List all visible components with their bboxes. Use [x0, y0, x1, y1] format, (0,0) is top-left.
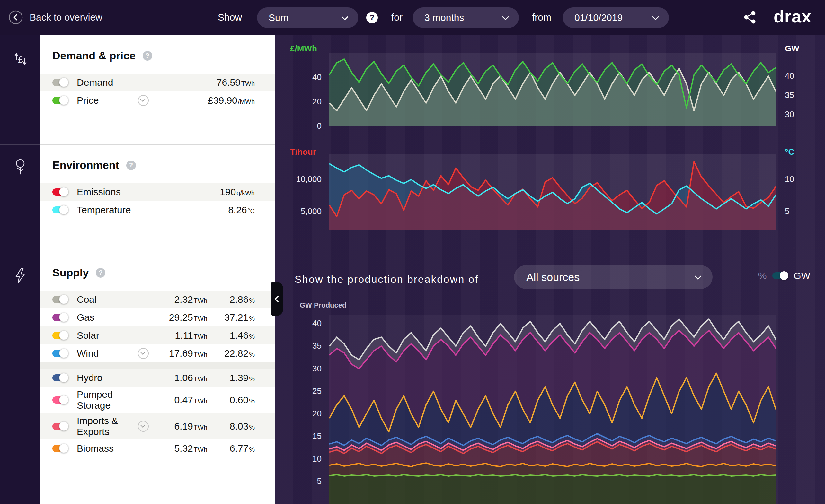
axis-tick: 0: [275, 121, 321, 131]
aggregation-dropdown[interactable]: Sum: [257, 7, 358, 28]
demand-price-chart: £/MWh GW 40200403530: [275, 35, 825, 145]
value-number: 1.06: [174, 372, 193, 383]
rail-divider: [0, 144, 40, 145]
imports-exports-toggle[interactable]: [52, 423, 68, 430]
top-bar: Back to overview Show Sum ? for 3 months…: [0, 0, 825, 35]
help-icon[interactable]: ?: [143, 51, 152, 61]
percent-unit: %: [249, 315, 255, 322]
value-unit: TWh: [194, 297, 207, 304]
back-to-overview-link[interactable]: Back to overview: [29, 12, 102, 23]
hydro-toggle[interactable]: [52, 374, 68, 382]
icon-rail: £: [0, 35, 40, 504]
value-number: 8.26: [228, 204, 247, 215]
share-button[interactable]: [743, 10, 757, 26]
share-icon: [743, 10, 757, 24]
axis-tick: 20: [275, 409, 321, 419]
value-number: 5.32: [174, 443, 193, 453]
metric-label: Gas: [77, 312, 138, 323]
date-value: 01/10/2019: [575, 12, 623, 23]
axis-tick: 5: [275, 477, 321, 486]
percent-number: 2.86: [230, 294, 248, 305]
temperature-row: Temperature 8.26°C: [40, 201, 275, 219]
metric-label: Emissions: [77, 186, 138, 198]
percent-unit: %: [249, 297, 255, 304]
metric-label: Hydro: [77, 372, 138, 384]
coal-toggle[interactable]: [52, 296, 68, 303]
biomass-toggle[interactable]: [52, 445, 68, 452]
value-unit: °C: [248, 207, 255, 215]
metric-label: Pumped Storage: [77, 389, 138, 411]
percent-number: 37.21: [224, 312, 248, 323]
percent-option[interactable]: %: [758, 270, 767, 281]
source-dropdown[interactable]: All sources: [514, 265, 712, 289]
percent-number: 22.82: [224, 348, 248, 358]
demand-price-section-icon[interactable]: £: [12, 51, 28, 69]
percent-unit: %: [249, 351, 255, 358]
percent-number: 6.77: [230, 443, 248, 453]
chevron-down-icon: [652, 13, 659, 20]
help-icon[interactable]: ?: [126, 161, 136, 170]
axis-tick: 25: [275, 386, 321, 396]
back-arrow-icon: [8, 10, 23, 25]
axis-tick: 20: [275, 97, 321, 106]
price-toggle[interactable]: [52, 97, 68, 104]
metric-value: 8.26°C: [228, 204, 255, 216]
help-icon[interactable]: ?: [96, 268, 105, 278]
sort-pound-icon: £: [12, 51, 28, 67]
percent-unit: %: [249, 375, 255, 382]
supply-group-divider: [40, 362, 275, 369]
drax-logo: drax: [773, 6, 812, 26]
help-icon[interactable]: ?: [366, 12, 378, 23]
metric-label: Wind: [77, 348, 138, 359]
right-axis-unit-label: GW: [785, 44, 799, 54]
value-number: 2.32: [174, 294, 193, 305]
chevron-down-icon: [502, 13, 509, 20]
section-title: Demand & price: [52, 50, 136, 62]
gas-row: Gas 29.25TWh 37.21%: [40, 309, 275, 327]
temperature-toggle[interactable]: [52, 206, 68, 214]
environment-section-icon[interactable]: [12, 158, 28, 178]
percent-unit: %: [249, 398, 255, 405]
date-dropdown[interactable]: 01/10/2019: [563, 7, 669, 28]
collapse-panel-handle[interactable]: [271, 282, 283, 316]
emissions-toggle[interactable]: [52, 188, 68, 195]
axis-tick: 40: [275, 72, 321, 82]
solar-toggle[interactable]: [52, 332, 68, 339]
metric-value: 76.59TWh: [217, 77, 255, 88]
chevron-down-icon: [694, 273, 701, 279]
hydro-row: Hydro 1.06TWh 1.39%: [40, 369, 275, 387]
environment-plot: [329, 154, 776, 231]
value-number: £39.90: [208, 95, 237, 106]
imports-exports-row: Imports & Exports 6.19TWh 8.03%: [40, 413, 275, 439]
environment-section: Environment ? Emissions 190g/kWh Tempera…: [40, 145, 275, 252]
demand-toggle[interactable]: [52, 79, 68, 86]
chevron-down-circle-icon[interactable]: [138, 348, 149, 359]
percent-unit: %: [249, 333, 255, 340]
pumped-storage-toggle[interactable]: [52, 397, 68, 404]
chevron-down-circle-icon[interactable]: [138, 421, 149, 432]
wind-toggle[interactable]: [52, 350, 68, 357]
value-number: 76.59: [217, 77, 241, 88]
value-unit: TWh: [194, 315, 207, 322]
metric-label: Temperature: [77, 204, 138, 216]
emissions-row: Emissions 190g/kWh: [40, 183, 275, 201]
metrics-panel: Demand & price ? Demand 76.59TWh Price £…: [40, 35, 275, 504]
supply-section-icon[interactable]: [13, 267, 28, 286]
unit-toggle-switch[interactable]: [772, 272, 788, 279]
lightning-icon: [13, 267, 28, 285]
environment-chart: T/hour °C 10,0005,000105: [275, 145, 825, 250]
value-unit: TWh: [194, 375, 207, 382]
demand-price-plot: [329, 53, 776, 126]
period-dropdown[interactable]: 3 months: [413, 7, 519, 28]
gw-option[interactable]: GW: [794, 270, 810, 281]
for-label: for: [391, 12, 402, 23]
percent-number: 1.39: [230, 372, 248, 383]
gas-toggle[interactable]: [52, 314, 68, 321]
axis-tick: 40: [275, 319, 321, 328]
back-button[interactable]: [8, 10, 23, 26]
charts-area: £/MWh GW 40200403530 T/hour °C 10,0005,0…: [275, 35, 825, 504]
demand-price-section: Demand & price ? Demand 76.59TWh Price £…: [40, 35, 275, 145]
metric-label: Demand: [77, 77, 138, 88]
value-number: 0.47: [174, 395, 193, 405]
chevron-down-circle-icon[interactable]: [138, 95, 149, 106]
